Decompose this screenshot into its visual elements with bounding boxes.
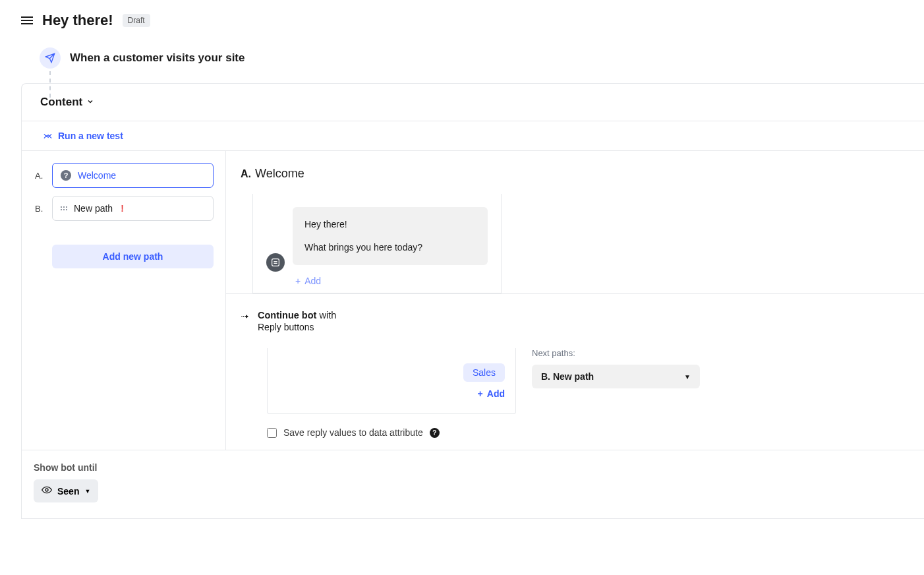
seen-dropdown-button[interactable]: Seen ▼ (34, 479, 98, 502)
content-section-toggle[interactable]: Content (22, 84, 924, 121)
svg-rect-0 (272, 259, 279, 266)
selected-path-name: Welcome (255, 167, 304, 181)
path-letter: B. (35, 204, 45, 214)
message-line: Hey there! (304, 218, 476, 231)
help-icon[interactable]: ? (430, 428, 440, 438)
show-bot-until-label: Show bot until (34, 462, 912, 473)
add-message-button[interactable]: + Add (295, 276, 321, 286)
eye-icon (42, 485, 52, 497)
continue-bot-title: Continue bot (258, 310, 316, 320)
message-bubble[interactable]: Hey there! What brings you here today? (293, 207, 488, 265)
bot-avatar-icon (266, 253, 285, 272)
path-name: Welcome (78, 170, 116, 181)
add-new-path-button[interactable]: Add new path (52, 245, 214, 268)
save-reply-checkbox[interactable] (267, 428, 277, 438)
trigger-label: When a customer visits your site (70, 51, 245, 65)
next-path-selected: B. New path (541, 371, 594, 382)
send-icon (40, 47, 61, 69)
caret-down-icon: ▼ (684, 373, 691, 380)
continue-bot-with: with (316, 310, 336, 320)
help-icon: ? (61, 170, 71, 181)
seen-label: Seen (57, 486, 79, 497)
page-title: Hey there! (42, 12, 113, 29)
next-paths-label: Next paths: (532, 348, 700, 358)
connector-line (49, 71, 51, 98)
add-label: Add (487, 388, 505, 399)
path-item-welcome[interactable]: ? Welcome (52, 163, 214, 188)
run-new-test-button[interactable]: Run a new test (22, 121, 924, 151)
add-reply-button[interactable]: + Add (478, 388, 505, 399)
plus-icon: + (295, 276, 301, 286)
continue-bot-subtitle: Reply buttons (258, 322, 336, 332)
reply-button-chip[interactable]: Sales (463, 363, 505, 382)
plus-icon: + (478, 388, 483, 399)
next-path-select[interactable]: B. New path ▼ (532, 365, 700, 388)
menu-icon[interactable] (21, 16, 33, 24)
path-item-new-path[interactable]: New path ! (52, 196, 214, 221)
save-reply-label: Save reply values to data attribute (283, 427, 423, 438)
svg-point-4 (45, 489, 48, 491)
reply-buttons-box[interactable]: Sales + Add (267, 348, 516, 414)
selected-path-letter: A. (241, 168, 251, 180)
status-badge: Draft (123, 14, 150, 27)
chevron-down-icon (86, 97, 94, 107)
run-test-label: Run a new test (58, 131, 123, 141)
continue-arrow-icon (241, 311, 251, 322)
drag-handle-icon[interactable] (61, 206, 67, 210)
warning-icon: ! (121, 203, 124, 214)
caret-down-icon: ▼ (84, 488, 90, 495)
add-label: Add (304, 276, 321, 286)
path-name: New path (74, 203, 113, 214)
path-letter: A. (35, 171, 45, 181)
message-line: What brings you here today? (304, 241, 476, 255)
content-heading: Content (40, 96, 82, 109)
